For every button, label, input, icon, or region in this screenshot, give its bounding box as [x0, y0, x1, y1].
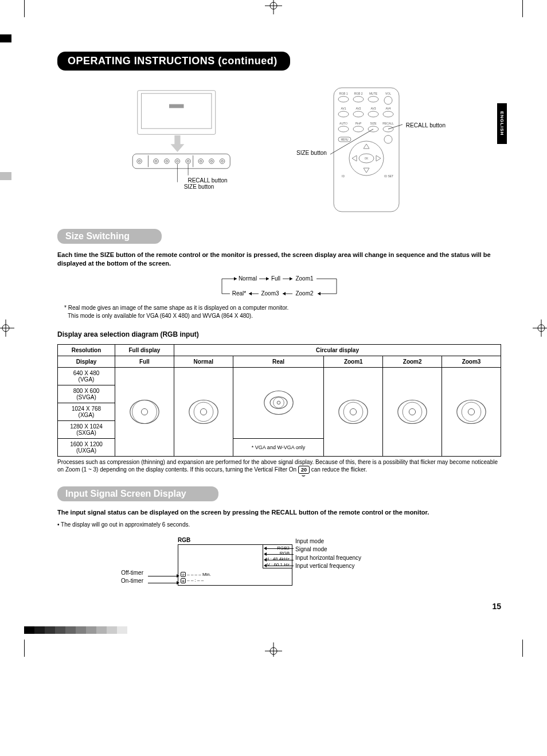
- registration-mark-icon: [0, 319, 14, 337]
- svg-point-42: [338, 96, 349, 102]
- display-area-table: Resolution Full display Circular display…: [57, 344, 501, 457]
- svg-marker-86: [318, 292, 321, 295]
- svg-text:MUTE: MUTE: [369, 92, 378, 95]
- crop-mark: [24, 640, 25, 657]
- recall-button-label: RECALL button: [406, 122, 446, 128]
- svg-point-107: [398, 400, 427, 423]
- crop-mark: [522, 640, 523, 657]
- input-signal-intro: The input signal status can be displayed…: [57, 508, 501, 517]
- size-switching-intro: Each time the SIZE button of the remote …: [57, 251, 501, 268]
- svg-text:PinP: PinP: [355, 122, 362, 125]
- svg-text:AV3: AV3: [370, 107, 376, 110]
- registration-mark-icon: [265, 642, 282, 657]
- size-flow-diagram: Normal Full Zoom1 Zoom2 Zoom3 Real*: [216, 274, 342, 299]
- svg-point-32: [221, 160, 223, 162]
- svg-text:RGB 1: RGB 1: [339, 92, 347, 95]
- svg-point-44: [368, 96, 378, 102]
- side-marker: [0, 34, 11, 42]
- registration-mark-icon: [265, 0, 282, 14]
- svg-line-75: [388, 124, 403, 129]
- svg-point-29: [209, 159, 214, 164]
- svg-point-43: [353, 96, 364, 102]
- remote-diagram: SIZE button RGB 1 RGB 2 MUTE VOL AV1 AV2…: [296, 87, 446, 213]
- svg-point-17: [137, 159, 142, 164]
- section-heading-input-signal: Input Signal Screen Display: [57, 486, 218, 501]
- svg-point-21: [165, 159, 170, 164]
- svg-point-109: [409, 408, 416, 415]
- svg-point-45: [384, 96, 392, 104]
- section-heading-size-switching: Size Switching: [57, 229, 162, 244]
- svg-point-110: [457, 400, 486, 423]
- svg-point-100: [264, 391, 292, 415]
- svg-text:Full: Full: [271, 275, 280, 282]
- color-calibration-bar: [24, 626, 127, 634]
- svg-point-24: [177, 160, 178, 162]
- svg-text:Zoom3: Zoom3: [261, 290, 279, 297]
- svg-point-105: [343, 402, 363, 422]
- svg-point-19: [154, 159, 159, 164]
- svg-point-106: [350, 408, 357, 415]
- on-timer-icon: ⊕: [181, 578, 186, 583]
- svg-text:MENU: MENU: [341, 138, 348, 141]
- svg-point-53: [383, 111, 393, 117]
- svg-text:RECALL: RECALL: [382, 122, 394, 125]
- svg-text:Normal: Normal: [239, 275, 257, 282]
- svg-text:RGB 2: RGB 2: [354, 92, 362, 95]
- svg-point-101: [270, 397, 287, 409]
- svg-rect-16: [132, 154, 230, 169]
- svg-point-59: [353, 126, 364, 132]
- svg-marker-68: [364, 144, 369, 149]
- svg-rect-13: [142, 93, 212, 128]
- crop-mark: [24, 0, 25, 17]
- size-button-label: SIZE button: [153, 184, 245, 190]
- svg-point-52: [368, 111, 378, 117]
- svg-text:AUTO: AUTO: [339, 122, 347, 125]
- table-row: 640 X 480(VGA): [58, 367, 501, 385]
- size-button-label: SIZE button: [296, 150, 327, 156]
- svg-point-103: [277, 401, 280, 404]
- side-marker: [0, 172, 11, 180]
- svg-point-94: [130, 400, 159, 423]
- svg-point-111: [462, 402, 481, 422]
- svg-point-26: [187, 160, 189, 162]
- input-signal-bullet: • The display will go out in approximate…: [57, 521, 501, 529]
- display-shape-icon: [324, 367, 383, 456]
- svg-point-104: [339, 400, 368, 423]
- svg-text:AV4: AV4: [385, 107, 390, 110]
- svg-point-108: [403, 402, 422, 422]
- svg-text:Real*: Real*: [232, 290, 247, 297]
- page-number: 15: [57, 602, 501, 611]
- svg-point-30: [210, 160, 212, 162]
- svg-text:SIZE: SIZE: [370, 122, 377, 125]
- svg-text:AV2: AV2: [355, 107, 361, 110]
- svg-text:ID SET: ID SET: [384, 174, 393, 178]
- svg-point-98: [194, 402, 213, 422]
- svg-marker-89: [283, 292, 286, 295]
- svg-text:Zoom1: Zoom1: [295, 275, 314, 282]
- svg-point-22: [166, 160, 167, 162]
- svg-point-20: [155, 160, 157, 162]
- svg-point-112: [468, 408, 474, 415]
- svg-point-96: [141, 408, 147, 415]
- display-area-subhead: Display area selection diagram (RGB inpu…: [57, 330, 501, 338]
- registration-mark-icon: [533, 319, 547, 337]
- display-shape-icon: [383, 367, 442, 456]
- table-footnote: Processes such as compression (thinning)…: [57, 458, 501, 474]
- svg-point-25: [186, 159, 191, 164]
- svg-point-102: [273, 398, 284, 408]
- svg-point-28: [200, 160, 202, 162]
- svg-marker-81: [266, 277, 269, 280]
- rgb-osd-diagram: RGB RGB2 RGB H : 48.4kHz V : 60.1 Hz ⊘ –…: [132, 537, 384, 586]
- svg-point-97: [189, 400, 218, 423]
- svg-text:ID: ID: [342, 174, 345, 178]
- off-timer-icon: ⊘: [181, 572, 186, 577]
- crop-mark: [522, 0, 523, 17]
- svg-marker-92: [249, 292, 252, 295]
- svg-rect-12: [138, 91, 216, 135]
- display-shape-icon: [115, 367, 174, 456]
- display-shape-icon: [442, 367, 501, 456]
- page-title: OPERATING INSTRUCTIONS (continued): [57, 52, 290, 71]
- svg-point-99: [200, 408, 206, 415]
- svg-point-18: [138, 160, 140, 162]
- svg-text:AV1: AV1: [341, 107, 346, 110]
